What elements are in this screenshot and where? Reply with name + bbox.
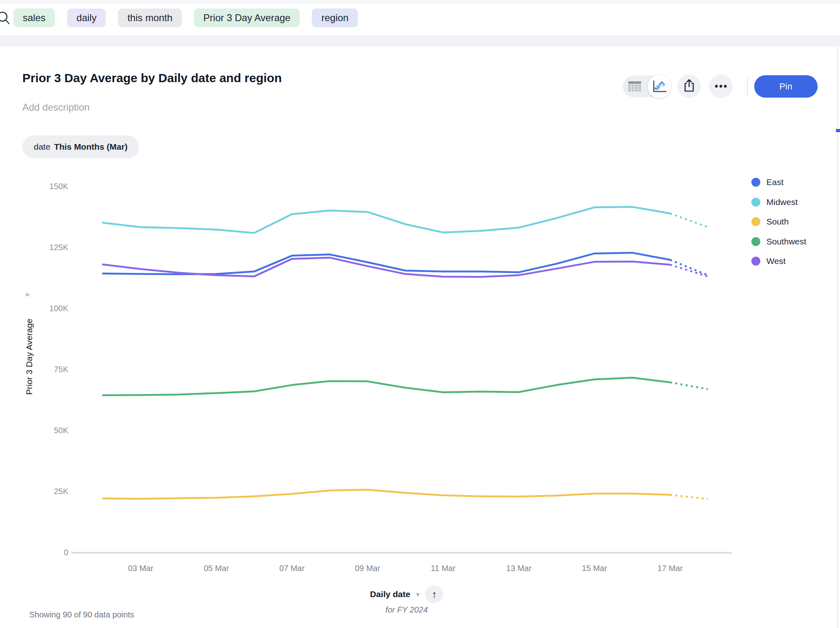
- legend-label-southwest: Southwest: [766, 237, 806, 246]
- y-tick-0: 0: [24, 548, 68, 557]
- legend-item-east[interactable]: East: [751, 173, 783, 191]
- legend-label-east: East: [766, 177, 783, 187]
- x-tick-15-mar: 15 Mar: [566, 564, 623, 573]
- series-line-east-projected: [670, 260, 708, 275]
- chevron-down-icon[interactable]: ▼: [415, 591, 421, 598]
- x-tick-17-mar: 17 Mar: [642, 564, 699, 573]
- line-chart-canvas[interactable]: [0, 0, 840, 628]
- series-line-west-projected: [670, 265, 708, 277]
- x-axis-field-group: Daily date ▼ ↑ for FY 2024: [346, 585, 468, 615]
- data-points-count: Showing 90 of 90 data points: [29, 610, 134, 619]
- y-tick-125k: 125K: [24, 243, 68, 252]
- legend-item-west[interactable]: West: [751, 252, 786, 270]
- query-token-daily[interactable]: daily: [67, 9, 106, 27]
- search-token-bar[interactable]: salesdailythis monthPrior 3 Day Averager…: [0, 0, 840, 36]
- legend-dot-midwest: [751, 198, 760, 207]
- legend-dot-south: [751, 217, 760, 226]
- series-line-midwest: [103, 207, 670, 233]
- query-token-region[interactable]: region: [312, 9, 358, 27]
- series-line-midwest-projected: [670, 214, 708, 227]
- legend-label-midwest: Midwest: [766, 197, 798, 207]
- y-tick-150k: 150K: [24, 182, 68, 191]
- x-tick-11-mar: 11 Mar: [415, 564, 472, 573]
- series-line-south-projected: [670, 495, 708, 499]
- x-axis-note: for FY 2024: [346, 605, 468, 615]
- y-axis-title[interactable]: Prior 3 Day Average: [24, 318, 34, 395]
- legend-label-west: West: [766, 256, 786, 266]
- legend-item-midwest[interactable]: Midwest: [751, 193, 798, 211]
- x-tick-03-mar: 03 Mar: [112, 564, 169, 573]
- legend-item-south[interactable]: South: [751, 213, 789, 231]
- search-icon: [0, 10, 11, 28]
- y-axis-expand-icon[interactable]: ▶: [26, 291, 30, 297]
- x-axis-field-label[interactable]: Daily date: [370, 589, 410, 599]
- x-tick-13-mar: 13 Mar: [490, 564, 547, 573]
- query-token-sales[interactable]: sales: [13, 9, 55, 27]
- y-tick-25k: 25K: [24, 487, 68, 496]
- window-top-strip: [0, 0, 840, 4]
- x-tick-07-mar: 07 Mar: [263, 564, 320, 573]
- x-tick-09-mar: 09 Mar: [339, 564, 396, 573]
- query-token-prior-3-day-average[interactable]: Prior 3 Day Average: [194, 9, 300, 27]
- x-tick-05-mar: 05 Mar: [188, 564, 245, 573]
- legend-label-south: South: [766, 217, 789, 227]
- query-token-list: salesdailythis monthPrior 3 Day Averager…: [13, 9, 358, 27]
- y-tick-75k: 75K: [24, 365, 68, 374]
- query-token-this-month[interactable]: this month: [118, 9, 182, 27]
- legend-dot-east: [751, 178, 760, 187]
- y-tick-100k: 100K: [24, 304, 68, 313]
- y-tick-50k: 50K: [24, 426, 68, 435]
- series-line-southwest-projected: [670, 382, 708, 389]
- series-line-southwest: [103, 378, 670, 395]
- series-line-south: [103, 490, 670, 499]
- legend-item-southwest[interactable]: Southwest: [751, 233, 806, 251]
- sort-ascending-button[interactable]: ↑: [425, 585, 443, 603]
- legend-dot-west: [751, 257, 760, 266]
- legend-dot-southwest: [751, 237, 760, 246]
